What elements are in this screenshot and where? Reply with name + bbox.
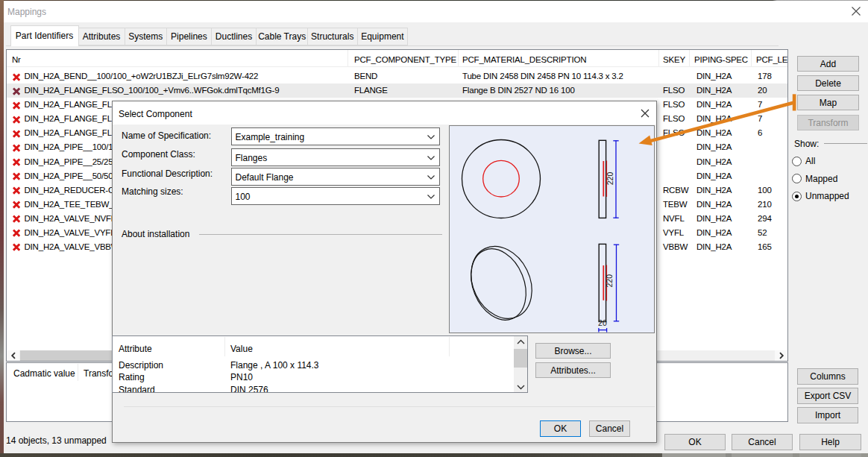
svg-text:20: 20 [598, 318, 607, 327]
svg-text:220: 220 [605, 274, 614, 288]
svg-text:220: 220 [606, 172, 614, 186]
